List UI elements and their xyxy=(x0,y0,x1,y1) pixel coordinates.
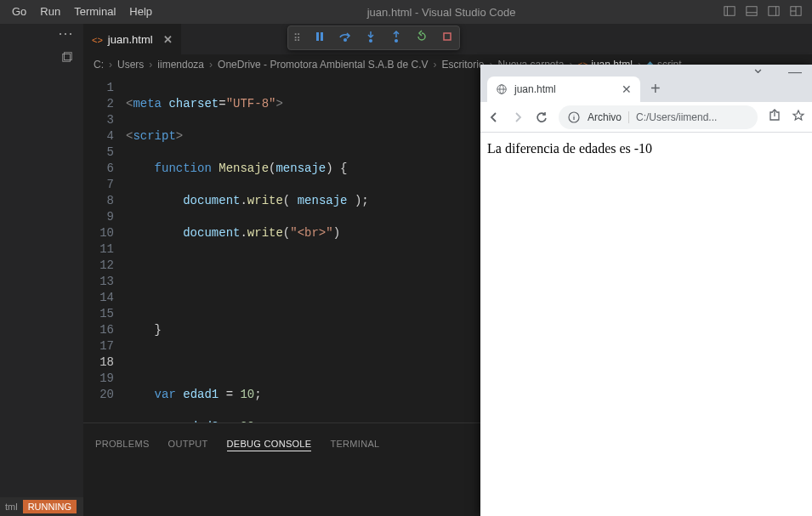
svg-point-15 xyxy=(370,40,372,43)
browser-toolbar: Archivo C:/Users/iimend... xyxy=(480,102,812,133)
omnibox-scheme: Archivo xyxy=(588,111,622,123)
svg-rect-11 xyxy=(316,32,319,41)
status-bar-left: tml RUNNING xyxy=(0,497,83,516)
layout-icons xyxy=(724,5,807,20)
debug-step-out-icon[interactable] xyxy=(389,30,403,46)
crumb[interactable]: iimendoza xyxy=(157,59,204,71)
svg-rect-4 xyxy=(769,6,779,15)
omnibox-path: C:/Users/iimend... xyxy=(636,111,717,123)
panel-tab-output[interactable]: OUTPUT xyxy=(168,439,208,451)
browser-new-tab-icon[interactable]: + xyxy=(640,79,671,102)
tabbar: <> juan.html ✕ ⠿ xyxy=(83,24,812,54)
menu-go[interactable]: Go xyxy=(5,0,33,24)
customize-layout-icon[interactable] xyxy=(790,5,802,20)
left-strip: ⋯ tml RUNNING xyxy=(0,24,83,516)
page-output-text: La diferencia de edades es -10 xyxy=(487,141,652,156)
menu-help[interactable]: Help xyxy=(122,0,159,24)
debug-step-over-icon[interactable] xyxy=(338,30,352,46)
crumb[interactable]: Users xyxy=(117,59,144,71)
crumb[interactable]: OneDrive - Promotora Ambiental S.A.B de … xyxy=(218,59,428,71)
svg-rect-2 xyxy=(747,6,757,15)
menu-run[interactable]: Run xyxy=(33,0,67,24)
browser-titlebar[interactable]: ⌄ — xyxy=(480,65,812,73)
share-icon[interactable] xyxy=(768,109,781,125)
editor-tab-label: juan.html xyxy=(108,33,153,46)
menubar: Go Run Terminal Help juan.html - Visual … xyxy=(0,0,812,24)
svg-rect-12 xyxy=(321,32,323,41)
editor-tab-juan[interactable]: <> juan.html ✕ xyxy=(83,24,181,54)
omnibox[interactable]: Archivo C:/Users/iimend... xyxy=(559,105,758,129)
browser-page-content: La diferencia de edades es -10 xyxy=(480,133,812,516)
debug-pause-icon[interactable] xyxy=(313,30,327,46)
toggle-panel-right-icon[interactable] xyxy=(768,5,780,20)
panel-tab-debug-console[interactable]: DEBUG CONSOLE xyxy=(227,439,312,451)
debug-step-into-icon[interactable] xyxy=(364,30,378,46)
svg-point-17 xyxy=(395,40,398,43)
status-left-text: tml xyxy=(0,502,23,512)
svg-rect-18 xyxy=(444,33,451,40)
panel-tab-problems[interactable]: PROBLEMS xyxy=(95,439,150,451)
toggle-panel-bottom-icon[interactable] xyxy=(746,5,758,20)
debug-stop-icon[interactable] xyxy=(440,30,454,46)
toggle-panel-left-icon[interactable] xyxy=(724,5,735,20)
menu-terminal[interactable]: Terminal xyxy=(67,0,122,24)
browser-forward-icon[interactable] xyxy=(511,111,525,124)
crumb[interactable]: C: xyxy=(94,59,104,71)
browser-back-icon[interactable] xyxy=(487,111,501,124)
status-running-badge[interactable]: RUNNING xyxy=(23,500,77,513)
close-tab-icon[interactable]: ✕ xyxy=(158,33,173,46)
info-icon xyxy=(567,111,581,124)
browser-tab-active[interactable]: juan.html ✕ xyxy=(487,77,640,102)
browser-window[interactable]: ⌄ — juan.html ✕ + Archivo C:/Users/iimen… xyxy=(480,65,812,516)
panel-tab-terminal[interactable]: TERMINAL xyxy=(330,439,379,451)
gutter: 1234567891011121314151617181920 xyxy=(83,75,126,422)
globe-icon xyxy=(496,83,508,95)
browser-minimize-icon[interactable]: — xyxy=(786,65,803,80)
svg-point-13 xyxy=(344,39,347,42)
browser-chevron-down-icon[interactable]: ⌄ xyxy=(746,64,769,72)
html-file-icon: <> xyxy=(92,35,103,45)
debug-grip-icon[interactable]: ⠿ xyxy=(293,32,301,44)
browser-reload-icon[interactable] xyxy=(535,111,548,124)
debug-toolbar[interactable]: ⠿ xyxy=(287,26,460,50)
svg-rect-0 xyxy=(724,6,735,15)
crumb[interactable]: Escritorio xyxy=(441,59,484,71)
browser-tab-title: juan.html xyxy=(514,83,615,95)
more-actions-icon[interactable]: ⋯ xyxy=(0,24,83,37)
open-editors-icon[interactable] xyxy=(0,37,83,65)
debug-restart-icon[interactable] xyxy=(415,30,429,46)
bookmark-star-icon[interactable] xyxy=(792,109,805,125)
browser-tab-close-icon[interactable]: ✕ xyxy=(622,82,632,96)
browser-tabs: juan.html ✕ + xyxy=(480,73,812,102)
window-title: juan.html - Visual Studio Code xyxy=(159,6,724,19)
